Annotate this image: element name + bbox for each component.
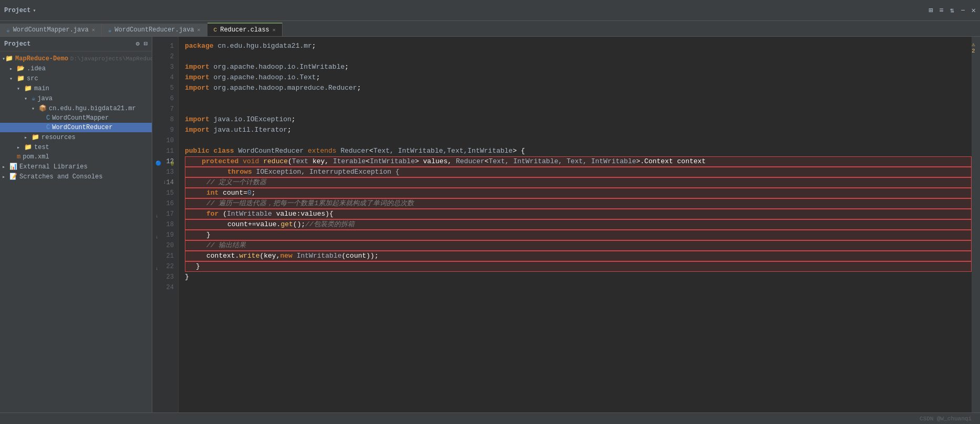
- sidebar-gear-icon[interactable]: ⚙: [136, 40, 140, 48]
- tree-item-src[interactable]: ▾ 📁 src: [0, 73, 152, 83]
- token: // 定义一个计数器: [206, 177, 266, 188]
- token: ;: [291, 114, 296, 125]
- tree-item-pomxml[interactable]: ▸ m pom.xml: [0, 152, 152, 162]
- project-dropdown[interactable]: Project ▾: [4, 7, 36, 14]
- tree-label: src: [27, 75, 38, 82]
- code-content[interactable]: 1 2 3 4 5 6 7 8 9 10 11 12 🔵 @ 13 ↓14: [152, 37, 980, 412]
- code-line-24: [185, 282, 972, 293]
- tab-label: WordCountReducer.java: [114, 26, 194, 34]
- line-num-11: 11: [154, 146, 174, 156]
- code-area: 1 2 3 4 5 6 7 8 9 10 11 12 🔵 @ 13 ↓14: [152, 37, 980, 412]
- folder-icon: 📁: [17, 75, 25, 82]
- folder-icon: 📂: [17, 65, 25, 72]
- code-lines: package cn.edu.hgu.bigdata21.mr; import …: [179, 37, 972, 412]
- line-num-16: 16: [154, 198, 174, 209]
- tree-label: main: [34, 85, 49, 92]
- token: org.apache.hadoop.io.IntWritable: [214, 62, 345, 72]
- tab-reducer-class[interactable]: C Reducer.class ✕: [207, 23, 283, 36]
- line-num-5: 5: [154, 83, 174, 93]
- tree-label: External Libraries: [19, 163, 88, 171]
- folder-icon: 📁: [24, 84, 32, 92]
- sidebar-tree: ▾ 📁 MapReduce-Demo D:\javaprojects\MapRe…: [0, 51, 152, 412]
- tab-close-icon[interactable]: ✕: [273, 27, 276, 33]
- bottom-bar: CSDN @W_chuanqi: [0, 412, 980, 424]
- line-num-22: ↓22: [154, 261, 174, 272]
- line-num-6: 6: [154, 93, 174, 104]
- toolbar-list-icon[interactable]: ≡: [939, 6, 943, 15]
- line-num-9: 9: [154, 125, 174, 135]
- line-num-12: 12 🔵 @: [154, 156, 174, 167]
- sidebar-collapse-icon[interactable]: ⊟: [144, 40, 148, 48]
- tree-item-test[interactable]: ▸ 📁 test: [0, 142, 152, 152]
- line-num-2: 2: [154, 51, 174, 62]
- tree-item-java[interactable]: ▾ ☕ java: [0, 93, 152, 103]
- code-line-20: // 输出结果: [185, 240, 972, 251]
- sidebar-toolbar: ⚙ ⊟: [136, 40, 148, 48]
- tree-label: WordCountMapper: [52, 114, 109, 122]
- folder-icon: 📁: [24, 143, 32, 151]
- tree-label: pom.xml: [23, 153, 49, 161]
- token: protected: [185, 156, 243, 167]
- code-line-22: }: [185, 261, 972, 272]
- token: <: [485, 156, 489, 167]
- token: (: [223, 209, 227, 219]
- tree-item-wordcountmapper[interactable]: ▸ C WordCountMapper: [0, 113, 152, 123]
- code-line-8: import java.io.IOException;: [185, 114, 972, 125]
- tab-wordcountmapper[interactable]: ☕ WordCountMapper.java ✕: [0, 24, 102, 36]
- line-num-21: 21: [154, 251, 174, 261]
- tree-item-wordcountreducer[interactable]: ▸ C WordCountReducer: [0, 123, 152, 132]
- tab-close-icon[interactable]: ✕: [92, 27, 95, 33]
- toolbar-grid-icon[interactable]: ⊞: [929, 6, 933, 15]
- token: write: [239, 251, 259, 261]
- line-num-14: ↓14: [154, 177, 174, 188]
- expand-arrow: ▾: [24, 96, 32, 102]
- warning-badge[interactable]: ⚠ 2: [972, 41, 979, 54]
- line-num-4: 4: [154, 72, 174, 83]
- token: int: [206, 188, 223, 198]
- token: <: [369, 146, 373, 156]
- code-line-9: import java.util.Iterator;: [185, 125, 972, 135]
- token: (count));: [342, 251, 379, 261]
- tree-label: MapReduce-Demo: [15, 55, 68, 62]
- token: public: [185, 146, 214, 156]
- token: WordCountReducer: [238, 146, 308, 156]
- token: (: [288, 156, 292, 167]
- tab-wordcountreducer[interactable]: ☕ WordCountReducer.java ✕: [102, 24, 207, 36]
- tree-item-scratches[interactable]: ▸ 📝 Scratches and Consoles: [0, 172, 152, 182]
- top-bar: Project ▾ ⊞ ≡ ⇅ − ✕: [0, 0, 980, 21]
- token: java.io.IOException: [214, 114, 291, 125]
- token: =: [243, 188, 247, 198]
- tree-item-mapreduce-demo[interactable]: ▾ 📁 MapReduce-Demo D:\javaprojects\MapRe…: [0, 54, 152, 63]
- toolbar-close-icon[interactable]: ✕: [972, 6, 976, 15]
- project-label: Project: [4, 7, 30, 14]
- tree-item-external-libraries[interactable]: ▸ 📊 External Libraries: [0, 162, 152, 172]
- token: throws: [227, 167, 256, 177]
- token: ;: [252, 188, 256, 198]
- toolbar-minimize-icon[interactable]: −: [961, 6, 965, 15]
- tree-item-idea[interactable]: ▸ 📂 .idea: [0, 63, 152, 73]
- tree-item-main[interactable]: ▾ 📁 main: [0, 83, 152, 93]
- token: void: [243, 156, 263, 167]
- token: import: [185, 72, 214, 83]
- token: java.util.Iterator: [214, 125, 287, 135]
- token: new: [280, 251, 296, 261]
- token: Iterable: [333, 156, 366, 167]
- token: // 遍历一组迭代器，把每一个数量1累加起来就构成了单词的总次数: [206, 198, 414, 209]
- line-num-15: 15: [154, 188, 174, 198]
- token: import: [185, 62, 214, 72]
- line-num-18: 18: [154, 219, 174, 230]
- code-line-1: package cn.edu.hgu.bigdata21.mr;: [185, 41, 972, 51]
- code-line-15: int count=0;: [185, 188, 972, 198]
- code-line-16: // 遍历一组迭代器，把每一个数量1累加起来就构成了单词的总次数: [185, 198, 972, 209]
- token: // 输出结果: [206, 240, 246, 251]
- project-path: D:\javaprojects\MapReduce-De...: [70, 56, 152, 62]
- token: for: [206, 209, 223, 219]
- code-line-14: // 定义一个计数器: [185, 177, 972, 188]
- tree-item-package[interactable]: ▾ 📦 cn.edu.hgu.bigdata21.mr: [0, 103, 152, 113]
- line-num-19: ↓19: [154, 230, 174, 240]
- token: (key,: [259, 251, 280, 261]
- line-num-8: 8: [154, 114, 174, 125]
- toolbar-sort-icon[interactable]: ⇅: [950, 6, 954, 15]
- tree-item-resources[interactable]: ▸ 📁 resources: [0, 132, 152, 142]
- tab-close-icon[interactable]: ✕: [197, 27, 201, 33]
